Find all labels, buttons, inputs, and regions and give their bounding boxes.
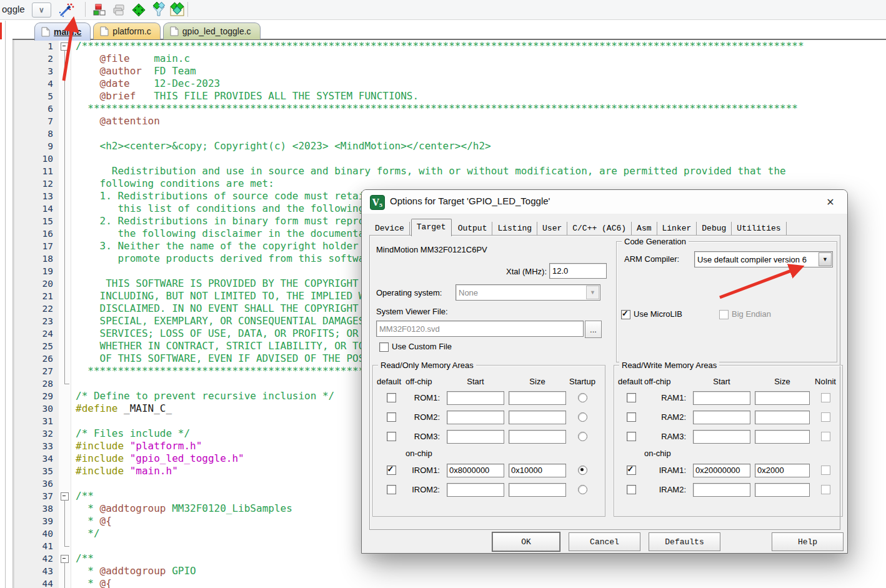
panel-splitter[interactable] [5,21,6,588]
noinit-checkbox[interactable] [821,485,830,494]
size-input[interactable] [755,411,810,424]
size-input[interactable] [509,430,566,444]
size-input[interactable]: 0x10000 [509,464,566,477]
default-checkbox[interactable] [627,393,636,402]
dialog-tab-User[interactable]: User [537,222,567,236]
startup-radio[interactable] [578,485,587,494]
start-input[interactable] [693,411,750,424]
dialog-tab-Linker[interactable]: Linker [657,222,697,236]
start-input[interactable]: 0x20000000 [693,464,750,477]
target-select-combo[interactable]: oggle [2,4,25,14]
code-line[interactable]: 8 [13,127,886,140]
use-custom-file-checkbox[interactable] [379,342,389,352]
default-checkbox[interactable] [387,432,396,441]
manage-project-items-icon[interactable] [91,1,107,18]
chevron-down-icon[interactable]: ▼ [819,252,832,266]
startup-radio[interactable] [578,432,587,441]
options-for-target-wand-icon[interactable] [57,1,74,18]
dialog-tab-Listing[interactable]: Listing [492,222,537,236]
start-input[interactable] [447,430,504,444]
size-input[interactable] [755,483,810,497]
browse-svd-button[interactable]: ... [585,321,602,338]
start-input[interactable] [693,391,750,405]
default-checkbox[interactable] [627,412,636,422]
size-input[interactable] [755,430,810,444]
start-input[interactable] [447,483,504,497]
system-viewer-file-input[interactable]: MM32F0120.svd [376,321,584,337]
size-input[interactable]: 0x2000 [755,464,810,477]
startup-radio[interactable] [578,466,587,475]
code-line[interactable]: 43 * @addtogroup GPIO [13,565,886,577]
default-checkbox[interactable] [387,485,396,494]
line-number: 23 [13,315,59,327]
xtal-input[interactable]: 12.0 [549,263,607,279]
code-line[interactable]: 7 @attention [13,115,886,127]
onchip-label: on-chip [377,446,602,461]
code-text [71,477,76,490]
editor-tab-platform.c[interactable]: platform.c [93,22,160,39]
noinit-checkbox[interactable] [821,432,830,441]
use-microlib-checkbox[interactable] [621,310,630,319]
select-software-packs-icon[interactable] [150,1,167,18]
start-input[interactable]: 0x8000000 [447,464,504,477]
default-checkbox[interactable] [627,466,636,475]
code-line[interactable]: 4 @date 12-Dec-2023 [13,77,886,90]
dialog-tab-Output[interactable]: Output [453,222,493,236]
code-text: <h2><center>&copy; Copyright(c) <2023> <… [71,140,491,152]
code-line[interactable]: 11 Redistribution and use in source and … [13,165,886,177]
default-checkbox[interactable] [387,412,396,422]
start-input[interactable] [447,391,504,405]
start-input[interactable] [693,430,750,444]
defaults-button[interactable]: Defaults [649,532,720,551]
code-line[interactable]: 5 @brief THIS FILE PROVIDES ALL THE SYST… [13,90,886,102]
line-number: 38 [13,502,59,515]
editor-tab-main.c[interactable]: main.c [34,22,91,41]
close-icon[interactable]: ✕ [824,195,837,209]
target-dropdown-chevron-icon[interactable]: ∨ [32,2,51,17]
dialog-tab-Utilities[interactable]: Utilities [732,222,786,236]
code-line[interactable]: 3 @author FD Team [13,65,886,77]
window-stack-icon[interactable] [110,1,127,18]
cancel-button[interactable]: Cancel [569,532,640,551]
size-input[interactable] [755,391,810,405]
code-line[interactable]: 2 @file main.c [13,52,886,65]
size-input[interactable] [509,411,566,424]
default-checkbox[interactable] [387,393,396,402]
dialog-tab-Asm[interactable]: Asm [632,222,657,236]
code-line[interactable]: 1/**************************************… [13,40,886,52]
dialog-tab-Target[interactable]: Target [411,219,452,236]
dialog-title: Options for Target 'GPIO_LED_Toggle' [390,196,550,206]
code-line[interactable]: 42/** [13,552,886,565]
size-input[interactable] [509,483,566,497]
dialog-tab-Debug[interactable]: Debug [697,222,732,236]
startup-radio[interactable] [578,412,587,422]
default-checkbox[interactable] [627,485,636,494]
run-time-environment-icon[interactable] [130,1,147,18]
pack-installer-icon[interactable] [169,1,186,18]
default-checkbox[interactable] [627,432,636,441]
editor-tab-gpio_led_toggle.c[interactable]: gpio_led_toggle.c [163,22,261,39]
noinit-checkbox[interactable] [821,393,830,402]
memory-row-IRAM1: IRAM1:0x200000000x2000 [618,461,840,480]
dialog-tab-Device[interactable]: Device [370,222,410,236]
start-input[interactable] [693,483,750,497]
size-input[interactable] [509,391,566,405]
code-line[interactable]: 9 <h2><center>&copy; Copyright(c) <2023>… [13,140,886,152]
help-button[interactable]: Help [772,532,844,551]
ok-button[interactable]: OK [492,532,560,551]
noinit-checkbox[interactable] [821,412,830,422]
fold-margin-cell [59,327,71,340]
code-line[interactable]: 12 following conditions are met: [13,177,886,190]
default-checkbox[interactable] [387,466,396,475]
fold-margin-cell [59,277,71,290]
operating-system-combo[interactable]: None ▼ [455,284,600,301]
dialog-tab-C/C++ (AC6)[interactable]: C/C++ (AC6) [567,222,632,236]
startup-radio[interactable] [578,393,587,402]
arm-compiler-combo[interactable]: Use default compiler version 6 ▼ [694,251,833,267]
code-line[interactable]: 6 **************************************… [13,102,886,115]
dialog-titlebar[interactable]: V5 Options for Target 'GPIO_LED_Toggle' … [362,190,847,214]
code-line[interactable]: 10 [13,152,886,165]
start-input[interactable] [447,411,504,424]
noinit-checkbox[interactable] [821,466,830,475]
code-line[interactable]: 44 * @{ [13,577,886,588]
